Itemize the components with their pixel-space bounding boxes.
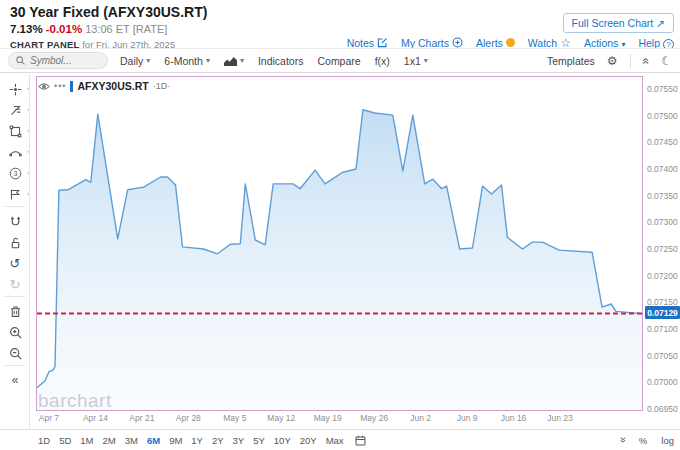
y-axis-label: 0.07550 <box>647 84 678 94</box>
y-axis-label: 0.07500 <box>647 111 678 121</box>
zoom-out-icon[interactable] <box>3 344 27 362</box>
range-button-10y[interactable]: 10Y <box>274 435 291 446</box>
range-buttons: 1D5D1M2M3M6M9M1Y2Y3Y5Y10Y20YMax <box>38 435 353 446</box>
x-axis-label: Apr 14 <box>83 413 108 423</box>
x-axis[interactable]: Apr 7Apr 14Apr 21Apr 28May 5May 12May 19… <box>36 413 643 427</box>
chart-type-dropdown[interactable]: ▾ <box>224 56 244 66</box>
quote-change: -0.01% <box>46 23 82 35</box>
svg-text:3: 3 <box>13 169 17 176</box>
current-value-badge: 0.07129 <box>645 306 680 319</box>
x-axis-label: Apr 28 <box>176 413 201 423</box>
fibonacci-icon[interactable]: 3› <box>3 164 27 182</box>
y-axis-label: 0.07450 <box>647 137 678 147</box>
legend-period: ·1D· <box>153 81 171 91</box>
y-axis-label: 0.07050 <box>647 351 678 361</box>
annotations-icon[interactable]: › <box>3 101 27 119</box>
range-button-6m[interactable]: 6M <box>147 435 160 446</box>
range-button-1y[interactable]: 1Y <box>191 435 203 446</box>
x-axis-label: May 26 <box>360 413 388 423</box>
legend-symbol: AFXY30US.RT <box>77 80 148 92</box>
frequency-dropdown[interactable]: Daily▾ <box>120 55 150 67</box>
y-axis[interactable]: 0.075500.075000.074500.074000.073500.073… <box>645 74 680 419</box>
range-button-1d[interactable]: 1D <box>38 435 50 446</box>
range-button-max[interactable]: Max <box>326 435 344 446</box>
area-chart-icon <box>224 56 237 66</box>
period-toolbar: 1D5D1M2M3M6M9M1Y2Y3Y5Y10Y20YMax « % log <box>0 429 680 450</box>
trash-icon[interactable] <box>3 302 27 320</box>
expand-arrow-icon: ↗ <box>656 17 665 29</box>
calendar-icon[interactable] <box>355 435 366 446</box>
collapse-left-icon[interactable]: « <box>3 371 27 389</box>
x-axis-label: May 12 <box>267 413 295 423</box>
redo-icon[interactable]: ↻ <box>3 275 27 293</box>
chart-plot-area[interactable] <box>36 76 643 411</box>
cursor-icon[interactable]: › <box>3 80 27 98</box>
templates-button[interactable]: Templates <box>547 55 595 67</box>
range-button-5y[interactable]: 5Y <box>253 435 265 446</box>
flag-icon[interactable]: › <box>3 185 27 203</box>
collapse-panel-down-icon[interactable]: « <box>616 437 628 443</box>
y-axis-label: 0.06950 <box>647 404 678 414</box>
y-axis-label: 0.07350 <box>647 191 678 201</box>
x-axis-label: Jun 2 <box>410 413 431 423</box>
indicators-button[interactable]: Indicators <box>258 55 304 67</box>
x-axis-label: Apr 21 <box>129 413 154 423</box>
x-axis-label: May 5 <box>223 413 246 423</box>
divider <box>630 54 631 68</box>
compare-button[interactable]: Compare <box>317 55 360 67</box>
price-area-chart <box>37 77 642 410</box>
symbol-search[interactable] <box>8 52 108 69</box>
grid-layout-dropdown[interactable]: 1x1▾ <box>404 55 428 67</box>
x-axis-label: May 19 <box>314 413 342 423</box>
chevron-down-icon: ▾ <box>146 56 150 65</box>
quote-line: 7.13% -0.01% 13:06 ET [RATE] <box>10 23 167 35</box>
lock-icon[interactable] <box>3 233 27 251</box>
range-button-1m[interactable]: 1M <box>80 435 93 446</box>
percent-scale-button[interactable]: % <box>639 435 647 446</box>
log-scale-button[interactable]: log <box>661 435 674 446</box>
y-axis-label: 0.07300 <box>647 217 678 227</box>
collapse-panel-up-icon[interactable]: « <box>639 57 653 64</box>
dark-mode-moon-icon[interactable]: ☾ <box>661 54 672 68</box>
x-axis-label: Apr 7 <box>39 413 59 423</box>
range-button-20y[interactable]: 20Y <box>300 435 317 446</box>
range-button-9m[interactable]: 9M <box>169 435 182 446</box>
chevron-down-icon: ▾ <box>206 56 210 65</box>
y-axis-label: 0.07250 <box>647 244 678 254</box>
range-button-2m[interactable]: 2M <box>103 435 116 446</box>
mini-chevron-icon: › <box>27 190 29 196</box>
divider <box>5 206 25 207</box>
chevron-down-icon: ▾ <box>424 56 428 65</box>
x-axis-label: Jun 9 <box>457 413 478 423</box>
divider <box>5 296 25 297</box>
fullscreen-chart-button[interactable]: Full Screen Chart ↗ <box>563 13 674 33</box>
mini-chevron-icon: › <box>27 169 29 175</box>
range-button-3m[interactable]: 3M <box>125 435 138 446</box>
divider <box>5 365 25 366</box>
chart-panel-window: 30 Year Fixed (AFXY30US.RT) 7.13% -0.01%… <box>0 0 680 450</box>
chart-toolbar: Daily▾ 6-Month▾ ▾ Indicators Compare f(x… <box>0 48 680 73</box>
mini-chevron-icon: › <box>27 106 29 112</box>
range-button-5d[interactable]: 5D <box>59 435 71 446</box>
y-axis-label: 0.07000 <box>647 377 678 387</box>
legend-menu-icon[interactable]: ••• <box>54 81 66 91</box>
y-axis-label: 0.07400 <box>647 164 678 174</box>
shapes-icon[interactable]: › <box>3 122 27 140</box>
symbol-input[interactable] <box>30 55 100 66</box>
settings-gear-icon[interactable]: ⚙ <box>607 54 618 68</box>
mini-chevron-icon: › <box>27 148 29 154</box>
eye-icon[interactable] <box>38 82 50 91</box>
x-axis-label: Jun 23 <box>547 413 573 423</box>
chart-legend: ••• AFXY30US.RT ·1D· <box>38 80 170 92</box>
search-icon <box>16 56 25 65</box>
range-button-2y[interactable]: 2Y <box>212 435 224 446</box>
quote-price: 7.13% <box>10 23 43 35</box>
zoom-in-icon[interactable] <box>3 323 27 341</box>
magnet-icon[interactable] <box>3 212 27 230</box>
range-button-3y[interactable]: 3Y <box>233 435 245 446</box>
functions-button[interactable]: f(x) <box>375 55 390 67</box>
range-dropdown[interactable]: 6-Month▾ <box>164 55 210 67</box>
undo-icon[interactable]: ↺ <box>3 254 27 272</box>
arc-icon[interactable]: › <box>3 143 27 161</box>
x-axis-label: Jun 16 <box>501 413 527 423</box>
